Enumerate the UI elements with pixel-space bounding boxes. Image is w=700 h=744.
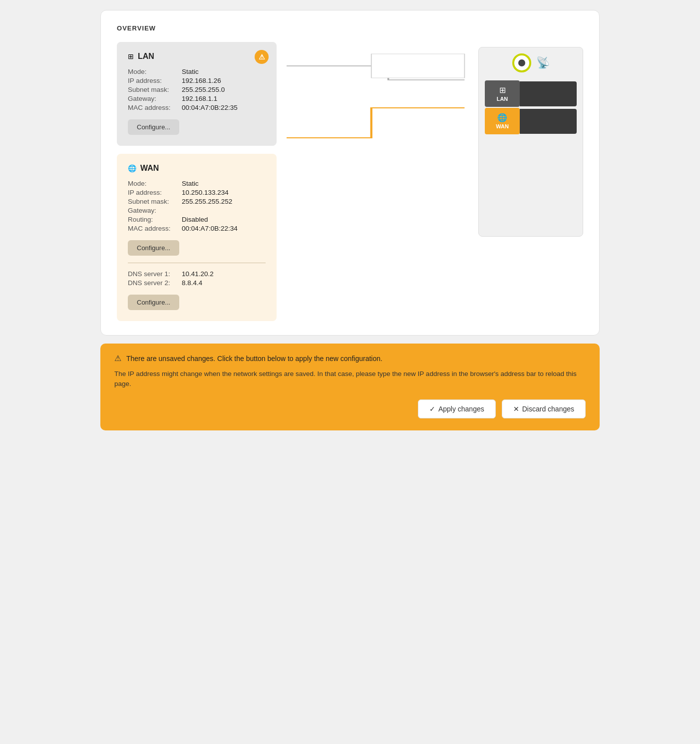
warning-main-text: There are unsaved changes. Click the but… — [126, 355, 382, 363]
status-indicator — [512, 53, 531, 72]
wan-configure-button[interactable]: Configure... — [128, 240, 179, 256]
warning-sub-text: The IP address might change when the net… — [114, 369, 586, 389]
wan-card-title: WAN — [140, 164, 159, 173]
warning-banner-top: ⚠ There are unsaved changes. Click the b… — [114, 354, 586, 363]
wan-card-rows: Mode: Static IP address: 10.250.133.234 … — [128, 180, 266, 232]
table-row: Subnet mask: 255.255.255.252 — [128, 198, 266, 205]
warning-triangle-icon: ⚠ — [114, 354, 121, 363]
lan-card: ⊞ LAN ⚠ Mode: Static IP address: 192.168… — [117, 42, 277, 146]
apply-changes-button[interactable]: ✓ Apply changes — [418, 399, 496, 418]
device-top: 📡 — [512, 53, 550, 72]
table-row: DNS server 2: 8.8.4.4 — [128, 279, 266, 287]
wifi-icon: 📡 — [536, 56, 550, 69]
overview-title: OVERVIEW — [117, 24, 583, 32]
lan-port-signal — [520, 81, 577, 106]
lan-port-row: ⊞ LAN — [485, 80, 577, 107]
overview-panel: OVERVIEW ⊞ LAN ⚠ Mode: Static — [100, 10, 600, 336]
table-row: IP address: 192.168.1.26 — [128, 77, 266, 84]
device-diagram: 📡 ⊞ LAN 🌐 WA — [478, 47, 583, 237]
lan-network-icon: ⊞ — [128, 52, 134, 60]
lan-warning-badge: ⚠ — [255, 50, 269, 64]
lan-configure-button[interactable]: Configure... — [128, 119, 179, 135]
wan-port-icon: 🌐 — [497, 113, 507, 122]
overview-content: ⊞ LAN ⚠ Mode: Static IP address: 192.168… — [117, 42, 583, 321]
checkmark-icon: ✓ — [429, 405, 435, 413]
table-row: Gateway: — [128, 207, 266, 214]
lan-port-label: LAN — [497, 96, 508, 102]
network-cards: ⊞ LAN ⚠ Mode: Static IP address: 192.168… — [117, 42, 277, 321]
warning-banner: ⚠ There are unsaved changes. Click the b… — [100, 344, 600, 430]
discard-changes-button[interactable]: ✕ Discard changes — [502, 399, 586, 418]
wan-port-box: 🌐 WAN — [485, 108, 520, 134]
table-row: DNS server 1: 10.41.20.2 — [128, 270, 266, 278]
table-row: Mode: Static — [128, 68, 266, 75]
table-row: Mode: Static — [128, 180, 266, 187]
table-row: Routing: Disabled — [128, 216, 266, 223]
table-row: IP address: 10.250.133.234 — [128, 189, 266, 196]
table-row: Subnet mask: 255.255.255.0 — [128, 86, 266, 93]
wan-port-signal — [520, 109, 577, 134]
wan-divider — [128, 263, 266, 263]
lan-card-title: LAN — [138, 52, 154, 61]
close-icon: ✕ — [513, 405, 519, 413]
lan-port-icon: ⊞ — [499, 85, 506, 95]
lan-card-header: ⊞ LAN — [128, 52, 266, 61]
table-row: MAC address: 00:04:A7:0B:22:35 — [128, 104, 266, 111]
dns-configure-button[interactable]: Configure... — [128, 295, 179, 310]
main-container: OVERVIEW ⊞ LAN ⚠ Mode: Static — [100, 10, 600, 430]
table-row: MAC address: 00:04:A7:0B:22:34 — [128, 225, 266, 232]
apply-changes-label: Apply changes — [438, 405, 484, 413]
wan-card-header: 🌐 WAN — [128, 164, 266, 173]
svg-rect-0 — [371, 54, 465, 78]
connector-area: 📡 ⊞ LAN 🌐 WA — [287, 42, 583, 242]
wan-globe-icon: 🌐 — [128, 164, 136, 172]
discard-changes-label: Discard changes — [522, 405, 574, 413]
warning-actions: ✓ Apply changes ✕ Discard changes — [114, 399, 586, 418]
wan-port-label: WAN — [496, 123, 509, 129]
wan-port-row: 🌐 WAN — [485, 108, 577, 134]
table-row: Gateway: 192.168.1.1 — [128, 95, 266, 102]
circle-inner — [518, 59, 525, 66]
device-ports: ⊞ LAN 🌐 WAN — [485, 80, 577, 135]
dns-rows: DNS server 1: 10.41.20.2 DNS server 2: 8… — [128, 270, 266, 287]
wan-card: 🌐 WAN Mode: Static IP address: 10.250.13… — [117, 154, 277, 321]
lan-card-rows: Mode: Static IP address: 192.168.1.26 Su… — [128, 68, 266, 111]
lan-port-box: ⊞ LAN — [485, 80, 520, 107]
